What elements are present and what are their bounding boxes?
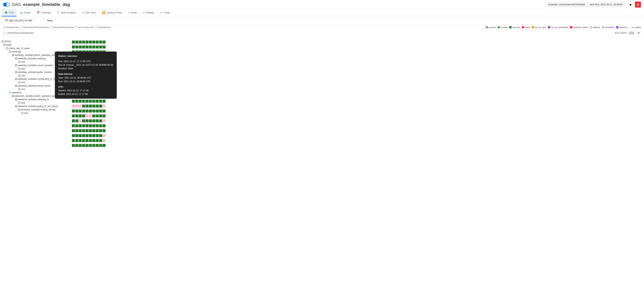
status-block[interactable] (96, 119, 99, 122)
status-block[interactable] (86, 139, 88, 142)
status-block[interactable] (79, 105, 82, 108)
status-block[interactable] (86, 105, 88, 108)
status-block[interactable] (72, 46, 75, 49)
status-block[interactable] (79, 139, 82, 142)
status-block[interactable] (75, 134, 78, 137)
status-block[interactable] (82, 134, 85, 137)
status-block[interactable] (99, 114, 102, 117)
filter-branch-python[interactable]: BranchPythonOperator (50, 26, 74, 29)
status-block[interactable] (89, 129, 92, 132)
status-block[interactable] (75, 100, 78, 103)
status-block[interactable] (86, 119, 88, 122)
tab-landing-times[interactable]: ⏬ Landing Times (99, 9, 125, 17)
status-block[interactable] (92, 144, 95, 147)
status-block[interactable] (75, 41, 78, 44)
status-block[interactable] (99, 119, 102, 122)
status-block[interactable] (72, 134, 75, 137)
filter-dummy[interactable]: DummyOperator (75, 26, 94, 29)
status-block[interactable] (72, 139, 75, 142)
status-block[interactable] (102, 134, 106, 137)
status-block[interactable] (72, 129, 75, 132)
auto-refresh-toggle[interactable] (628, 32, 634, 35)
status-block[interactable] (79, 129, 82, 132)
play-button[interactable]: ▶ (628, 2, 634, 8)
status-block[interactable] (96, 46, 99, 49)
tab-calendar[interactable]: 📅 Calendar (34, 9, 54, 17)
status-block[interactable] (82, 144, 85, 147)
status-block[interactable] (102, 41, 106, 44)
refresh-button[interactable]: ↺ (636, 31, 641, 35)
filter-branch-python-radio[interactable] (50, 26, 52, 29)
status-block[interactable] (102, 139, 106, 142)
runs-button[interactable]: Runs (45, 18, 55, 23)
status-block[interactable] (72, 110, 75, 113)
tree-node-begin[interactable]: begin (3, 43, 72, 47)
status-block[interactable] (92, 100, 95, 103)
status-block[interactable] (86, 46, 88, 49)
status-block[interactable] (75, 139, 78, 142)
tab-task-duration[interactable]: ⏱ Task Duration (54, 9, 78, 17)
status-block[interactable] (99, 129, 102, 132)
status-block[interactable] (82, 110, 85, 113)
status-block[interactable] (82, 46, 85, 49)
status-block[interactable] (99, 124, 102, 127)
status-block[interactable] (72, 105, 75, 108)
status-block[interactable] (102, 110, 106, 113)
status-block[interactable] (89, 46, 92, 49)
status-block[interactable] (99, 139, 102, 142)
status-block[interactable] (99, 105, 102, 108)
status-block[interactable] (92, 110, 95, 113)
tab-gantt[interactable]: ≡ Gantt (125, 9, 140, 17)
tab-graph[interactable]: 📊 Graph (17, 9, 34, 17)
status-block[interactable] (96, 114, 99, 117)
filter-email-radio[interactable] (94, 26, 97, 29)
status-block[interactable] (99, 41, 102, 44)
tree-node-inviting[interactable]: weekend_activities.inviting_friends (0, 108, 72, 111)
filter-bash-radio[interactable] (3, 26, 6, 29)
status-block[interactable] (96, 124, 99, 127)
filter-bash[interactable]: BashOperator (3, 26, 19, 29)
status-block[interactable] (89, 139, 92, 142)
status-block[interactable] (75, 129, 78, 132)
tree-node-end7[interactable]: end (0, 111, 72, 115)
status-block[interactable] (89, 41, 92, 44)
status-block[interactable] (79, 46, 82, 49)
status-block[interactable] (102, 100, 106, 103)
status-block[interactable] (92, 41, 95, 44)
status-block[interactable] (89, 124, 92, 127)
tab-details[interactable]: ⚠ Details (140, 9, 157, 17)
status-block[interactable] (79, 41, 82, 44)
status-block[interactable] (89, 105, 92, 108)
tree-node-check-day[interactable]: check_day_of_week (6, 47, 72, 50)
status-block[interactable] (82, 100, 85, 103)
status-block[interactable] (102, 46, 106, 49)
status-block[interactable] (79, 124, 82, 127)
status-block[interactable] (72, 100, 75, 103)
status-block[interactable] (92, 114, 95, 117)
status-block[interactable] (82, 114, 85, 117)
status-block[interactable] (79, 119, 82, 122)
status-block[interactable] (92, 46, 95, 49)
status-block[interactable] (96, 110, 99, 113)
status-block[interactable] (82, 139, 85, 142)
status-block[interactable] (89, 110, 92, 113)
tree-node-end6[interactable]: end (0, 101, 72, 105)
status-block[interactable] (86, 110, 88, 113)
status-block[interactable] (72, 124, 75, 127)
status-block[interactable] (89, 144, 92, 147)
status-block[interactable] (82, 105, 85, 108)
tab-tree[interactable]: 🌳 Tree (2, 9, 17, 17)
status-block[interactable] (72, 119, 75, 122)
status-block[interactable] (75, 119, 78, 122)
status-block[interactable] (86, 124, 88, 127)
status-block[interactable] (86, 134, 88, 137)
tree-node-beach[interactable]: weekend_activities.going_to_the_beach (15, 105, 72, 108)
status-block[interactable] (72, 144, 75, 147)
status-block[interactable] (92, 129, 95, 132)
status-block[interactable] (92, 105, 95, 108)
status-block[interactable] (96, 134, 99, 137)
status-block[interactable] (86, 114, 88, 117)
status-block[interactable] (102, 105, 106, 108)
status-block[interactable] (75, 46, 78, 49)
status-block[interactable] (75, 124, 78, 127)
